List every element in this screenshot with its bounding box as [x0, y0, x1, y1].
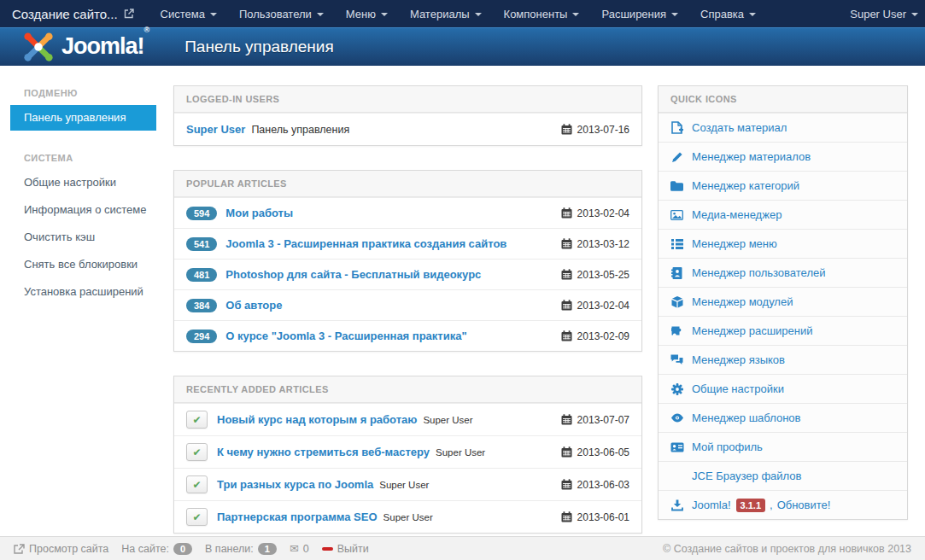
- quick-icon-jce-file-browser[interactable]: JCE Браузер файлов: [659, 461, 907, 490]
- date-text: 2013-03-12: [577, 238, 629, 250]
- article-link[interactable]: Новый курс над которым я работаю: [217, 413, 417, 426]
- article-link[interactable]: Три разных курса по Joomla: [217, 478, 373, 491]
- panel-quick-icons: QUICK ICONS Создать материал Менеджер ма…: [658, 85, 908, 520]
- sidebar-item-global-checkin[interactable]: Снять все блокировки: [10, 252, 156, 277]
- published-check-button[interactable]: ✔: [186, 508, 208, 526]
- calendar-icon: [561, 124, 572, 135]
- view-site-link[interactable]: Просмотр сайта: [14, 543, 108, 555]
- id-card-icon: [670, 442, 684, 452]
- sidebar-item-global-config[interactable]: Общие настройки: [10, 170, 156, 195]
- address-book-icon: [670, 267, 684, 279]
- panel-popular-articles: POPULAR ARTICLES 594 Мои работы 2013-02-…: [173, 170, 642, 352]
- quick-icon-label: Создать материал: [692, 121, 787, 134]
- article-link[interactable]: О курсе "Joomla 3 - Расширенная практика…: [225, 330, 466, 342]
- quick-icon-category-manager[interactable]: Менеджер категорий: [659, 171, 907, 200]
- article-author: Super User: [436, 447, 485, 458]
- menu-help[interactable]: Справка: [689, 0, 767, 27]
- published-check-button[interactable]: ✔: [186, 475, 208, 493]
- quick-icon-module-manager[interactable]: Менеджер модулей: [659, 287, 907, 316]
- version-badge: 3.1.1: [736, 499, 765, 512]
- quick-icon-language-manager[interactable]: Менеджер языков: [659, 345, 907, 374]
- date-text: 2013-05-25: [577, 269, 629, 281]
- published-check-button[interactable]: ✔: [186, 443, 208, 461]
- right-column: QUICK ICONS Создать материал Менеджер ма…: [658, 85, 908, 536]
- article-link[interactable]: Партнерская программа SEO: [217, 510, 378, 523]
- quick-icon-label: Менеджер языков: [692, 353, 785, 366]
- joomla-logo-icon: [22, 31, 55, 63]
- sidebar-item-clear-cache[interactable]: Очистить кэш: [10, 225, 156, 250]
- date-cell: 2013-03-12: [561, 238, 629, 250]
- content-area: ПОДМЕНЮ Панель управления СИСТЕМА Общие …: [0, 66, 925, 536]
- date-cell: 2013-06-01: [561, 511, 629, 523]
- quick-icon-article-manager[interactable]: Менеджер материалов: [659, 142, 907, 171]
- quick-icon-joomla-update[interactable]: Joomla! 3.1.1 , Обновите!: [659, 490, 907, 519]
- article-link[interactable]: К чему нужно стремиться веб-мастеру: [217, 446, 430, 458]
- user-menu[interactable]: Super User: [839, 0, 925, 27]
- calendar-icon: [561, 330, 572, 341]
- chevron-down-icon: [749, 13, 756, 16]
- chevron-down-icon: [671, 13, 678, 16]
- quick-icon-menu-manager[interactable]: Менеджер меню: [659, 229, 907, 258]
- quick-icon-global-configuration[interactable]: Общие настройки: [659, 374, 907, 403]
- cube-icon: [670, 296, 684, 308]
- pencil-icon: [670, 151, 684, 163]
- published-check-button[interactable]: ✔: [186, 411, 208, 429]
- menu-system[interactable]: Система: [149, 0, 228, 27]
- user-location: Панель управления: [251, 124, 349, 136]
- date-cell: 2013-07-07: [561, 414, 629, 426]
- article-author: Super User: [383, 512, 433, 522]
- quick-icon-label: Менеджер материалов: [692, 150, 811, 163]
- sidebar-item-system-info[interactable]: Информация о системе: [10, 197, 156, 223]
- date-text: 2013-06-05: [577, 446, 629, 458]
- menu-label: Расширения: [601, 8, 666, 20]
- check-icon: ✔: [192, 511, 201, 523]
- menu-menus[interactable]: Меню: [335, 0, 399, 27]
- panel-recent-articles: RECENTLY ADDED ARTICLES ✔ Новый курс над…: [173, 376, 642, 534]
- popular-article-row: 541 Joomla 3 - Расширенная практика созд…: [174, 228, 641, 259]
- article-link[interactable]: Мои работы: [225, 207, 293, 219]
- quick-icon-extension-manager[interactable]: Менеджер расширений: [659, 316, 907, 345]
- menu-label: Материалы: [410, 8, 470, 20]
- logout-label: Выйти: [337, 543, 369, 555]
- quick-icon-media-manager[interactable]: Медиа-менеджер: [659, 200, 907, 229]
- article-link[interactable]: Об авторе: [225, 299, 282, 312]
- new-article-icon: [670, 121, 684, 134]
- update-now-link[interactable]: Обновите!: [777, 499, 831, 511]
- joomla-update-link[interactable]: Joomla!: [692, 499, 731, 511]
- sidebar-item-install-extensions[interactable]: Установка расширений: [10, 279, 156, 305]
- popular-article-row: 384 Об авторе 2013-02-04: [174, 289, 641, 320]
- calendar-icon: [561, 269, 572, 280]
- external-link-icon: [124, 9, 134, 19]
- menu-extensions[interactable]: Расширения: [590, 0, 689, 27]
- date-text: 2013-02-09: [577, 330, 629, 342]
- messages-counter[interactable]: ✉ 0: [290, 542, 309, 555]
- sidebar-item-control-panel[interactable]: Панель управления: [10, 105, 156, 131]
- external-link-icon: [14, 544, 25, 554]
- article-link[interactable]: Photoshop для сайта - Бесплатный видеоку…: [225, 268, 481, 281]
- menu-users[interactable]: Пользователи: [228, 0, 335, 27]
- gear-icon: [670, 383, 684, 395]
- quick-icon-my-profile[interactable]: Мой профиль: [659, 432, 907, 461]
- menu-content[interactable]: Материалы: [399, 0, 493, 27]
- check-icon: ✔: [192, 414, 201, 426]
- panel-title: QUICK ICONS: [659, 86, 907, 113]
- user-link[interactable]: Super User: [186, 123, 245, 136]
- calendar-icon: [561, 479, 572, 490]
- menu-components[interactable]: Компоненты: [493, 0, 591, 27]
- sidebar-heading-system: СИСТЕМА: [24, 153, 156, 163]
- menu-label: Справка: [700, 8, 744, 20]
- view-site-label: Просмотр сайта: [29, 543, 108, 555]
- logo-text: Joomla!®: [61, 33, 149, 60]
- quick-icon-label: Менеджер расширений: [692, 324, 813, 337]
- panel-title: RECENTLY ADDED ARTICLES: [174, 376, 641, 403]
- recent-article-row: ✔ Новый курс над которым я работаю Super…: [174, 403, 641, 435]
- quick-icon-template-manager[interactable]: Менеджер шаблонов: [659, 403, 907, 432]
- article-link[interactable]: Joomla 3 - Расширенная практика создания…: [225, 237, 506, 250]
- site-brand-link[interactable]: Создание сайто...: [0, 7, 149, 21]
- article-author: Super User: [379, 480, 429, 490]
- quick-icon-user-manager[interactable]: Менеджер пользователей: [659, 258, 907, 287]
- quick-icon-label: Общие настройки: [692, 382, 784, 395]
- logout-link[interactable]: Выйти: [322, 543, 369, 555]
- page-title: Панель управления: [184, 38, 334, 56]
- quick-icon-new-article[interactable]: Создать материал: [659, 113, 907, 142]
